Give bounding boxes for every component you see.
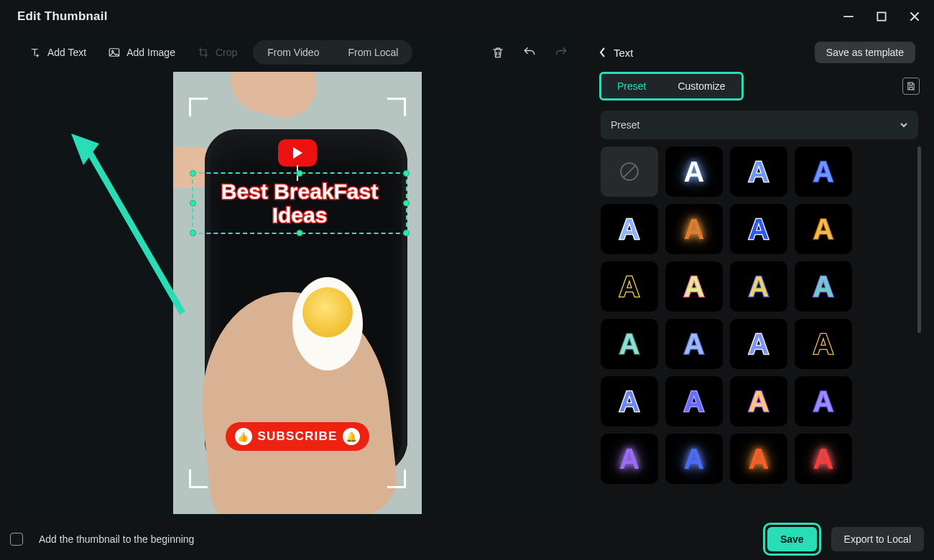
bell-icon: 🔔 bbox=[343, 428, 360, 445]
trash-icon bbox=[491, 45, 505, 60]
scrollbar[interactable] bbox=[917, 146, 921, 333]
preset-swatch[interactable]: A bbox=[730, 146, 787, 197]
chevron-left-icon bbox=[599, 47, 606, 57]
crop-button: Crop bbox=[191, 42, 243, 63]
redo-icon bbox=[554, 45, 568, 60]
preset-swatch[interactable]: A bbox=[730, 319, 787, 369]
tab-customize[interactable]: Customize bbox=[662, 74, 741, 98]
add-image-label: Add Image bbox=[126, 47, 175, 58]
preset-swatch[interactable]: A bbox=[665, 261, 723, 312]
preset-swatch[interactable]: A bbox=[795, 146, 852, 197]
subscribe-label: SUBSCRIBE bbox=[258, 429, 338, 444]
window-title: Edit Thumbnail bbox=[17, 9, 108, 24]
subscribe-badge: 👍 SUBSCRIBE 🔔 bbox=[226, 422, 369, 451]
preset-letter: A bbox=[749, 271, 769, 303]
preset-letter: A bbox=[619, 328, 640, 360]
preset-swatch[interactable]: A bbox=[665, 319, 723, 369]
preset-swatch[interactable]: A bbox=[795, 319, 852, 369]
preset-grid: AAAAAAAAAAAAAAAAAAAAAAA bbox=[601, 146, 928, 484]
save-as-template-button[interactable]: Save as template bbox=[815, 42, 915, 63]
tab-preset[interactable]: Preset bbox=[601, 74, 662, 98]
preset-swatch[interactable] bbox=[601, 146, 658, 197]
save-button[interactable]: Save bbox=[767, 527, 817, 551]
window-controls bbox=[842, 10, 921, 23]
preset-swatch[interactable]: A bbox=[730, 204, 787, 254]
minimize-icon[interactable] bbox=[842, 10, 855, 23]
preset-letter: A bbox=[684, 271, 705, 303]
preset-letter: A bbox=[749, 328, 769, 360]
text-selection-box[interactable]: Best BreakFast Ideas bbox=[192, 172, 407, 234]
preset-dropdown[interactable]: Preset bbox=[601, 111, 918, 139]
preset-swatch[interactable]: A bbox=[665, 204, 723, 254]
preset-swatch[interactable]: A bbox=[795, 204, 852, 254]
from-video-tab[interactable]: From Video bbox=[253, 40, 333, 65]
add-text-label: Add Text bbox=[47, 47, 86, 58]
youtube-badge bbox=[278, 139, 317, 167]
footer: Add the thumbnail to the beginning Save … bbox=[0, 521, 934, 557]
resize-handle[interactable] bbox=[297, 170, 303, 177]
preset-letter: A bbox=[813, 156, 834, 188]
preset-swatch[interactable]: A bbox=[730, 434, 787, 484]
chevron-down-icon bbox=[900, 121, 908, 129]
preset-swatch[interactable]: A bbox=[601, 261, 658, 312]
frame-corner bbox=[387, 470, 406, 488]
preset-swatch[interactable]: A bbox=[665, 146, 723, 197]
preset-swatch[interactable]: A bbox=[601, 376, 658, 426]
preset-letter: A bbox=[619, 271, 640, 303]
undo-button[interactable] bbox=[519, 42, 540, 63]
preset-letter: A bbox=[619, 443, 640, 475]
redo-button[interactable] bbox=[550, 42, 572, 63]
preset-swatch[interactable]: A bbox=[665, 434, 723, 484]
scene-finger bbox=[223, 72, 323, 125]
svg-line-9 bbox=[624, 166, 636, 178]
frame-corner bbox=[189, 98, 208, 116]
preset-swatch[interactable]: A bbox=[665, 376, 723, 426]
preset-letter: A bbox=[813, 213, 834, 246]
save-button-highlight: Save bbox=[763, 523, 821, 556]
preset-letter: A bbox=[749, 213, 769, 246]
svg-line-6 bbox=[86, 146, 182, 313]
preset-swatch[interactable]: A bbox=[730, 376, 787, 426]
title-bar: Edit Thumbnail bbox=[0, 0, 934, 33]
preset-letter: A bbox=[619, 213, 640, 246]
export-to-local-button[interactable]: Export to Local bbox=[831, 527, 924, 551]
from-local-tab[interactable]: From Local bbox=[333, 40, 412, 65]
maximize-icon[interactable] bbox=[875, 10, 888, 23]
add-image-button[interactable]: Add Image bbox=[102, 42, 181, 63]
add-to-beginning-checkbox[interactable] bbox=[10, 533, 23, 546]
preset-swatch[interactable]: A bbox=[730, 261, 787, 312]
add-image-icon bbox=[108, 46, 121, 59]
close-icon[interactable] bbox=[908, 10, 921, 23]
resize-handle[interactable] bbox=[403, 230, 410, 236]
preset-swatch[interactable]: A bbox=[601, 319, 658, 369]
preset-letter: A bbox=[684, 328, 705, 360]
preset-letter: A bbox=[684, 213, 705, 246]
frame-corner bbox=[387, 98, 406, 116]
back-label: Text bbox=[614, 47, 634, 59]
add-text-button[interactable]: Add Text bbox=[23, 42, 92, 63]
preset-swatch[interactable]: A bbox=[795, 434, 852, 484]
save-preset-button[interactable] bbox=[902, 78, 920, 95]
resize-handle[interactable] bbox=[403, 200, 410, 207]
preset-swatch[interactable]: A bbox=[795, 261, 852, 312]
add-to-beginning-label: Add the thumbnail to the beginning bbox=[39, 533, 194, 545]
editor-toolbar: Add Text Add Image Crop From Video From … bbox=[10, 33, 585, 72]
preset-swatch[interactable]: A bbox=[601, 434, 658, 484]
text-panel-header: Text Save as template bbox=[591, 33, 928, 72]
preset-swatch[interactable]: A bbox=[795, 376, 852, 426]
text-tabs-row: Preset Customize bbox=[591, 72, 928, 101]
resize-handle[interactable] bbox=[297, 230, 303, 236]
no-style-icon bbox=[617, 159, 642, 184]
annotation-arrow-icon bbox=[68, 134, 197, 320]
delete-button[interactable] bbox=[487, 42, 509, 63]
resize-handle[interactable] bbox=[403, 170, 410, 177]
preset-customize-tabs: Preset Customize bbox=[599, 72, 744, 101]
preset-letter: A bbox=[813, 271, 834, 303]
preset-swatch[interactable]: A bbox=[601, 204, 658, 254]
back-button[interactable]: Text bbox=[599, 47, 634, 59]
overlay-text[interactable]: Best BreakFast Ideas bbox=[193, 174, 406, 233]
thumbnail-canvas[interactable]: Best BreakFast Ideas 👍 SUBSCRIBE 🔔 bbox=[173, 72, 422, 514]
scene-egg-yolk bbox=[302, 287, 353, 337]
text-panel: Text Save as template Preset Customize P… bbox=[591, 33, 928, 521]
preset-letter: A bbox=[813, 443, 834, 475]
